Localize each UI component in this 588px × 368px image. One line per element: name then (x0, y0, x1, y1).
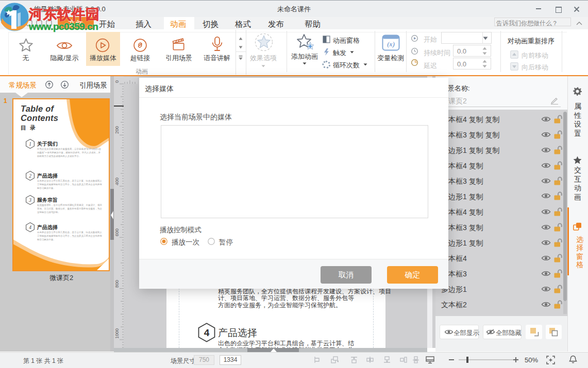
svg-text:3: 3 (28, 198, 31, 203)
svg-text:2: 2 (29, 173, 31, 179)
svg-text:800: 800 (114, 280, 120, 288)
svg-text:400: 400 (114, 178, 120, 185)
svg-text:4: 4 (204, 327, 210, 338)
svg-text:1000: 1000 (114, 328, 120, 339)
svg-text:600: 600 (114, 229, 120, 236)
svg-text:200: 200 (114, 126, 120, 134)
svg-text:0: 0 (114, 80, 120, 83)
svg-text:(x): (x) (387, 40, 394, 48)
svg-text:1: 1 (29, 142, 31, 147)
svg-text:4: 4 (29, 225, 31, 230)
